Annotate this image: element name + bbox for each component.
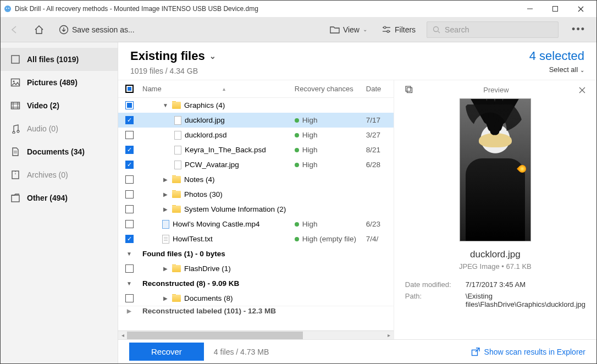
row-checkbox[interactable] [125,264,134,273]
folder-icon [172,102,181,109]
row-checkbox[interactable] [125,175,134,184]
folder-row[interactable]: ▶Documents (8) [118,291,394,306]
file-row[interactable]: ✓PCW_Avatar.jpgHigh6/28 [118,157,394,172]
row-date: 7/17 [366,116,394,124]
sidebar-item[interactable]: Other (494) [1,186,118,209]
scroll-left-icon[interactable]: ◂ [118,332,127,338]
group-header[interactable]: ▼Found files (1) - 0 bytes [118,246,394,261]
group-header[interactable]: ▶Reconstructed labeled (101) - 12.3 MB [118,306,394,316]
file-row[interactable]: ✓HowlTest.txtHigh (empty file)7/4/ [118,231,394,246]
more-button[interactable]: ••• [566,24,591,35]
row-checkbox[interactable]: ✓ [125,235,134,243]
expand-icon[interactable]: ▶ [162,177,169,183]
home-button[interactable] [30,22,48,37]
expand-icon[interactable]: ▶ [162,266,169,272]
svg-rect-26 [12,195,19,202]
column-name[interactable]: Name▴ [140,85,295,93]
row-checkbox[interactable] [125,131,134,139]
minimize-button[interactable] [517,1,543,17]
svg-point-11 [387,30,389,32]
row-name: Photos (30) [184,190,223,198]
folder-row[interactable]: ▶Photos (30) [118,187,394,202]
svg-point-12 [434,26,439,31]
file-row[interactable]: Howl's Moving Castle.mp4High6/23 [118,217,394,231]
sidebar-item[interactable]: Video (2) [1,94,118,117]
expand-icon[interactable]: ▶ [162,206,169,212]
row-checkbox[interactable] [125,205,134,213]
row-checkbox[interactable] [125,190,134,198]
sidebar-item[interactable]: Archives (0) [1,163,118,186]
title-bar: Disk Drill - All recovery methods - Moun… [1,1,596,17]
filters-button[interactable]: Filters [378,23,419,36]
svg-rect-4 [553,7,558,12]
selected-count: 4 selected [529,49,584,63]
sidebar-item-label: All files (1019) [27,55,79,64]
page-title-text: Existing files [130,49,205,63]
horizontal-scrollbar[interactable]: ◂ ▸ [118,330,394,339]
expand-icon[interactable]: ▼ [162,102,169,108]
row-name: HowlTest.txt [173,235,213,243]
row-checkbox[interactable]: ✓ [125,146,134,154]
path-label: Path: [405,292,460,308]
audio-icon [10,124,20,134]
sidebar-item[interactable]: All files (1019) [1,48,118,71]
view-dropdown[interactable]: View ⌄ [327,23,371,36]
recover-button[interactable]: Recover [129,343,204,361]
folder-icon [172,206,181,213]
expand-icon[interactable]: ▶ [162,295,169,301]
select-all-button[interactable]: Select all ⌄ [529,65,584,74]
row-date: 8/21 [366,146,394,154]
save-session-button[interactable]: Save session as... [56,23,138,37]
expand-icon[interactable]: ▼ [126,251,132,257]
scroll-right-icon[interactable]: ▸ [385,332,394,338]
column-date[interactable]: Date [366,85,394,93]
search-input[interactable]: Search [427,21,559,38]
back-button[interactable] [6,23,23,37]
sidebar-item[interactable]: Pictures (489) [1,71,118,94]
row-checkbox[interactable] [125,294,134,302]
page-title[interactable]: Existing files ⌄ [130,49,216,63]
row-checkbox[interactable] [125,220,134,228]
search-icon [433,26,440,34]
select-all-checkbox[interactable] [125,85,134,93]
maximize-button[interactable] [543,1,568,17]
sidebar-item[interactable]: Audio (0) [1,117,118,140]
sidebar-item-label: Other (494) [27,194,68,202]
show-in-explorer-link[interactable]: Show scan results in Explorer [471,348,585,356]
svg-rect-24 [12,171,19,179]
folder-row[interactable]: ▶Notes (4) [118,172,394,187]
svg-point-9 [384,26,386,29]
file-row[interactable]: ducklord.psdHigh3/27 [118,128,394,142]
file-row[interactable]: ✓Keyra_In_The_Back.psdHigh8/21 [118,142,394,157]
folder-icon [330,25,340,34]
sidebar-item-label: Archives (0) [27,170,68,179]
row-checkbox[interactable]: ✓ [125,161,134,169]
row-name: ducklord.jpg [185,116,225,124]
row-date: 7/4/ [366,235,394,243]
file-row[interactable]: ✓ducklord.jpgHigh7/17 [118,113,394,128]
recovery-dot-icon [295,133,299,137]
preview-close-button[interactable] [579,87,585,93]
folder-row[interactable]: ▶System Volume Information (2) [118,202,394,217]
archive-icon [10,170,20,180]
file-icon [174,161,181,169]
close-button[interactable] [568,1,593,17]
column-headers: Name▴ Recovery chances Date [118,80,394,98]
row-checkbox[interactable] [125,101,134,109]
column-recovery[interactable]: Recovery chances [295,85,366,93]
folder-row[interactable]: ▶FlashDrive (1) [118,261,394,276]
sidebar-item-label: Video (2) [27,101,59,110]
folder-row[interactable]: ▼Graphics (4) [118,98,394,113]
group-header[interactable]: ▼Reconstructed (8) - 9.09 KB [118,276,394,291]
row-date: 3/27 [366,131,394,139]
sidebar-item[interactable]: Documents (34) [1,140,118,163]
row-checkbox[interactable]: ✓ [125,116,134,124]
row-name: PCW_Avatar.jpg [185,161,239,169]
expand-icon[interactable]: ▼ [126,280,132,286]
expand-icon[interactable]: ▶ [162,191,169,197]
open-external-icon[interactable] [405,86,413,94]
recovery-label: High [302,131,318,139]
path-value: \Existing files\FlashDrive\Graphics\duck… [466,292,585,308]
expand-icon[interactable]: ▶ [126,308,132,314]
row-name: ducklord.psd [185,131,227,139]
